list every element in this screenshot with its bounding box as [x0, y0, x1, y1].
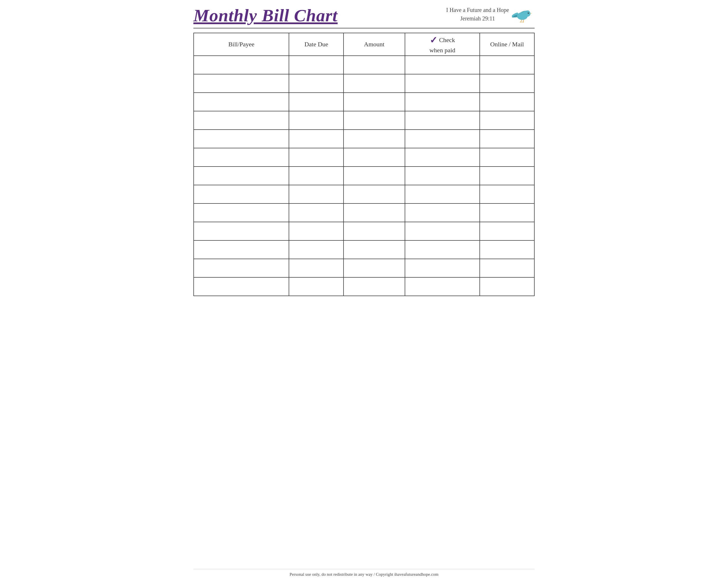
table-row	[194, 167, 534, 185]
table-body	[194, 56, 534, 296]
table-cell[interactable]	[289, 277, 343, 296]
table-cell[interactable]	[289, 259, 343, 277]
table-cell[interactable]	[194, 277, 289, 296]
check-header-inner: ✓ Check	[430, 35, 455, 46]
bird-icon	[512, 6, 535, 23]
table-row	[194, 203, 534, 222]
table-cell[interactable]	[480, 130, 534, 148]
table-cell[interactable]	[194, 74, 289, 93]
table-cell[interactable]	[289, 74, 343, 93]
table-cell[interactable]	[405, 203, 480, 222]
table-cell[interactable]	[480, 222, 534, 241]
col-header-online-mail: Online / Mail	[480, 33, 534, 56]
table-cell[interactable]	[405, 167, 480, 185]
table-cell[interactable]	[289, 56, 343, 74]
table-cell[interactable]	[405, 259, 480, 277]
header-right-content: I Have a Future and a Hope Jeremiah 29:1…	[446, 6, 535, 23]
table-row	[194, 241, 534, 259]
table-cell[interactable]	[194, 130, 289, 148]
table-cell[interactable]	[194, 185, 289, 203]
table-cell[interactable]	[194, 259, 289, 277]
table-cell[interactable]	[343, 167, 405, 185]
table-cell[interactable]	[194, 241, 289, 259]
subtitle-line2: Jeremiah 29:11	[446, 14, 509, 23]
title-area: Monthly Bill Chart	[193, 6, 338, 25]
table-cell[interactable]	[343, 241, 405, 259]
footer-text: Personal use only, do not redistribute i…	[289, 572, 439, 577]
table-cell[interactable]	[405, 93, 480, 111]
table-cell[interactable]	[343, 185, 405, 203]
footer: Personal use only, do not redistribute i…	[193, 569, 535, 579]
svg-line-14	[522, 22, 523, 23]
svg-marker-9	[530, 13, 532, 14]
table-cell[interactable]	[343, 111, 405, 130]
table-cell[interactable]	[343, 148, 405, 167]
table-cell[interactable]	[289, 111, 343, 130]
table-cell[interactable]	[343, 203, 405, 222]
table-cell[interactable]	[480, 277, 534, 296]
table-row	[194, 148, 534, 167]
table-cell[interactable]	[405, 222, 480, 241]
checkmark-icon: ✓	[430, 35, 437, 46]
check-header-content: ✓ Check when paid	[405, 35, 480, 54]
table-cell[interactable]	[480, 259, 534, 277]
table-cell[interactable]	[405, 148, 480, 167]
table-cell[interactable]	[343, 130, 405, 148]
table-row	[194, 277, 534, 296]
table-row	[194, 259, 534, 277]
table-cell[interactable]	[343, 56, 405, 74]
table-row	[194, 56, 534, 74]
table-cell[interactable]	[405, 74, 480, 93]
table-cell[interactable]	[405, 111, 480, 130]
table-cell[interactable]	[194, 111, 289, 130]
table-cell[interactable]	[480, 148, 534, 167]
table-cell[interactable]	[480, 241, 534, 259]
table-cell[interactable]	[405, 185, 480, 203]
table-cell[interactable]	[289, 130, 343, 148]
table-cell[interactable]	[480, 185, 534, 203]
table-cell[interactable]	[289, 222, 343, 241]
col-header-amount: Amount	[343, 33, 405, 56]
col-header-date-due: Date Due	[289, 33, 343, 56]
table-cell[interactable]	[480, 93, 534, 111]
svg-point-7	[528, 12, 529, 14]
table-cell[interactable]	[194, 167, 289, 185]
table-row	[194, 93, 534, 111]
table-row	[194, 130, 534, 148]
svg-point-6	[524, 10, 530, 17]
svg-line-11	[520, 22, 521, 23]
table-cell[interactable]	[289, 185, 343, 203]
table-cell[interactable]	[405, 241, 480, 259]
table-cell[interactable]	[405, 56, 480, 74]
table-cell[interactable]	[343, 259, 405, 277]
table-cell[interactable]	[343, 74, 405, 93]
table-cell[interactable]	[480, 167, 534, 185]
table-cell[interactable]	[343, 277, 405, 296]
main-title: Monthly Bill Chart	[193, 6, 338, 25]
table-header-row: Bill/Payee Date Due Amount ✓ Check	[194, 33, 534, 56]
table-cell[interactable]	[289, 167, 343, 185]
table-cell[interactable]	[194, 56, 289, 74]
table-cell[interactable]	[289, 148, 343, 167]
table-cell[interactable]	[194, 93, 289, 111]
table-cell[interactable]	[194, 222, 289, 241]
header-subtitle: I Have a Future and a Hope Jeremiah 29:1…	[446, 6, 509, 23]
table-cell[interactable]	[289, 203, 343, 222]
table-cell[interactable]	[289, 93, 343, 111]
table-cell[interactable]	[405, 277, 480, 296]
table-row	[194, 111, 534, 130]
table-cell[interactable]	[480, 74, 534, 93]
table-cell[interactable]	[194, 148, 289, 167]
table-container: Bill/Payee Date Due Amount ✓ Check	[193, 33, 535, 567]
table-cell[interactable]	[480, 111, 534, 130]
table-cell[interactable]	[289, 241, 343, 259]
svg-line-12	[521, 22, 521, 23]
table-row	[194, 74, 534, 93]
table-cell[interactable]	[343, 93, 405, 111]
svg-line-10	[521, 20, 522, 22]
table-cell[interactable]	[194, 203, 289, 222]
table-cell[interactable]	[480, 56, 534, 74]
table-cell[interactable]	[480, 203, 534, 222]
table-cell[interactable]	[343, 222, 405, 241]
table-cell[interactable]	[405, 130, 480, 148]
